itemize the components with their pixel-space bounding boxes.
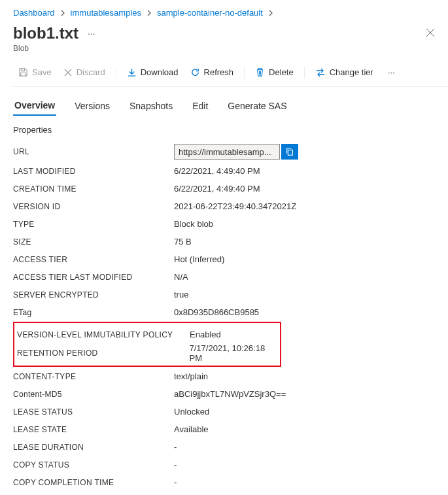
prop-value-copy-status: - xyxy=(174,460,177,469)
prop-value-creation-time: 6/22/2021, 4:49:40 PM xyxy=(174,184,260,194)
breadcrumb-item-dashboard[interactable]: Dashboard xyxy=(13,8,55,18)
prop-label-etag: ETag xyxy=(13,308,174,317)
prop-value-last-modified: 6/22/2021, 4:49:40 PM xyxy=(174,166,260,176)
more-horizontal-icon: ··· xyxy=(388,67,395,77)
prop-value-lease-state: Available xyxy=(174,424,209,434)
prop-label-server-encrypted: Server Encrypted xyxy=(13,290,174,299)
more-icon[interactable]: ··· xyxy=(85,28,98,39)
prop-value-lease-duration: - xyxy=(174,442,177,452)
tab-generate-sas[interactable]: Generate SAS xyxy=(226,97,288,115)
prop-label-lease-duration: Lease Duration xyxy=(13,443,174,452)
prop-value-copy-completion: - xyxy=(174,477,177,487)
prop-label-lease-status: Lease Status xyxy=(13,407,174,417)
change-tier-button[interactable]: Change tier xyxy=(310,65,379,80)
prop-value-vlip: Enabled xyxy=(190,330,221,339)
svg-rect-0 xyxy=(288,150,292,155)
close-button[interactable] xyxy=(422,24,439,41)
prop-value-content-type: text/plain xyxy=(174,371,208,381)
prop-value-content-md5: aBCi9jjbxTL7NWpVZSjr3Q== xyxy=(174,389,286,399)
properties-heading: Properties xyxy=(13,125,448,135)
breadcrumb-item-container[interactable]: sample-container-no-default xyxy=(157,8,263,18)
highlighted-region: Version-level Immutability PolicyEnabled… xyxy=(13,322,281,367)
prop-value-access-tier: Hot (Inferred) xyxy=(174,254,224,264)
prop-label-creation-time: Creation Time xyxy=(13,184,174,194)
prop-label-content-md5: Content-MD5 xyxy=(13,390,174,399)
download-button[interactable]: Download xyxy=(122,65,184,80)
chevron-right-icon xyxy=(146,10,152,16)
prop-value-lease-status: Unlocked xyxy=(174,407,209,417)
url-input[interactable] xyxy=(174,144,280,160)
copy-button[interactable] xyxy=(281,144,298,160)
tab-overview[interactable]: Overview xyxy=(13,96,56,116)
tab-edit[interactable]: Edit xyxy=(191,97,209,115)
delete-button[interactable]: Delete xyxy=(250,65,299,80)
tab-snapshots[interactable]: Snapshots xyxy=(128,97,174,115)
breadcrumb-item-storage[interactable]: immutablesamples xyxy=(71,8,141,18)
prop-label-version-id: Version ID xyxy=(13,202,174,211)
prop-value-etag: 0x8D935D866CB9585 xyxy=(174,307,259,317)
refresh-button[interactable]: Refresh xyxy=(185,65,239,80)
prop-value-type: Block blob xyxy=(174,219,213,229)
tabs: Overview Versions Snapshots Edit Generat… xyxy=(13,96,448,116)
prop-label-copy-completion: Copy Completion Time xyxy=(13,478,174,487)
prop-label-access-tier-lm: Access Tier Last Modified xyxy=(13,273,174,282)
chevron-right-icon xyxy=(268,10,273,16)
prop-label-content-type: Content-Type xyxy=(13,372,174,381)
prop-value-version-id: 2021-06-22T23:49:40.3472021Z xyxy=(174,201,296,211)
prop-label-last-modified: Last Modified xyxy=(13,167,174,176)
prop-value-size: 75 B xyxy=(174,237,192,247)
more-actions-button[interactable]: ··· xyxy=(383,65,400,80)
properties-list: URL Last Modified6/22/2021, 4:49:40 PM C… xyxy=(13,141,448,491)
prop-value-server-encrypted: true xyxy=(174,290,188,299)
prop-label-vlip: Version-level Immutability Policy xyxy=(17,330,190,339)
prop-value-retention: 7/17/2021, 10:26:18 PM xyxy=(189,343,280,363)
prop-label-lease-state: Lease State xyxy=(13,425,174,434)
prop-label-size: Size xyxy=(13,237,174,247)
prop-label-retention: Retention Period xyxy=(17,349,189,358)
prop-label-access-tier: Access Tier xyxy=(13,255,174,264)
copy-icon xyxy=(285,147,294,156)
prop-label-copy-status: Copy Status xyxy=(13,460,174,469)
page-subtitle: Blob xyxy=(13,44,98,53)
page-title: blob1.txt xyxy=(13,24,78,43)
tab-versions[interactable]: Versions xyxy=(73,97,111,115)
breadcrumb: Dashboard immutablesamples sample-contai… xyxy=(13,7,448,24)
prop-label-url: URL xyxy=(13,147,174,156)
discard-button: Discard xyxy=(58,65,111,80)
prop-label-type: Type xyxy=(13,220,174,229)
save-button: Save xyxy=(13,65,57,80)
toolbar: Save Discard Download Refresh Delete Cha… xyxy=(13,65,448,87)
prop-value-access-tier-lm: N/A xyxy=(174,272,188,282)
chevron-right-icon xyxy=(60,10,65,16)
